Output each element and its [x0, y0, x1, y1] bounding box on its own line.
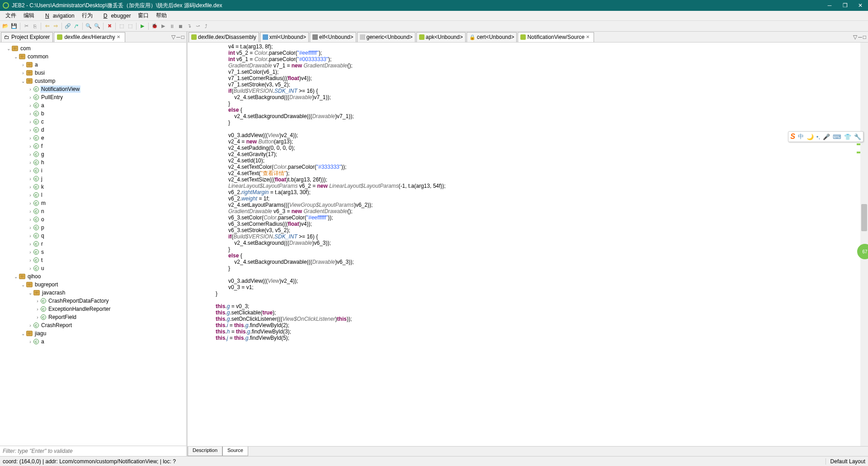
ime-lang[interactable]: 中: [798, 133, 804, 141]
tab-project-explorer[interactable]: 🗀 Project Explorer: [1, 32, 53, 42]
tree-node[interactable]: bugreport: [34, 281, 59, 288]
tree-node[interactable]: a: [40, 338, 45, 345]
tree-node[interactable]: qihoo: [27, 273, 42, 280]
menu-help[interactable]: 帮助: [152, 11, 170, 20]
tree-node[interactable]: j: [40, 175, 43, 182]
tab-generic[interactable]: generic<Unbound>: [357, 32, 415, 42]
tree-node[interactable]: ExceptionHandleReporter: [47, 305, 111, 313]
ime-keyboard-icon[interactable]: ⌨: [833, 133, 841, 140]
minimize-icon[interactable]: ─: [858, 34, 862, 40]
find-icon[interactable]: 🔍: [85, 23, 92, 30]
tree-node[interactable]: d: [40, 126, 45, 133]
code-editor[interactable]: v4 = t.a(arg13, 8f); int v5_2 = Color.pa…: [188, 43, 868, 446]
tree-node[interactable]: common: [27, 53, 49, 60]
tree-node[interactable]: busi: [34, 69, 46, 76]
tree-node[interactable]: k: [40, 183, 45, 190]
ime-punct-icon[interactable]: •,: [816, 133, 820, 140]
tree-node[interactable]: m: [40, 200, 47, 207]
comment-icon[interactable]: /*: [73, 23, 80, 30]
back-icon[interactable]: ⇦: [43, 23, 51, 30]
sogou-icon[interactable]: S: [790, 133, 795, 141]
tree-node[interactable]: c: [40, 118, 45, 125]
tree-node[interactable]: com: [19, 45, 32, 52]
debug-run-icon[interactable]: ▶: [160, 23, 167, 30]
tab-apk[interactable]: apk<Unbound>: [416, 32, 466, 42]
menu-debugger[interactable]: Debugger: [96, 12, 135, 20]
tab-disassembly[interactable]: dexfile.dex/Disassembly: [189, 32, 259, 42]
tab-cert[interactable]: 🔒cert<Unbound>: [467, 32, 517, 42]
findnext-icon[interactable]: 🔍: [94, 23, 101, 30]
tree-node[interactable]: customp: [34, 77, 56, 85]
tree-node[interactable]: b: [40, 110, 45, 117]
forward-icon[interactable]: ⇨: [52, 23, 59, 30]
script-icon[interactable]: ⬚: [127, 23, 134, 30]
menu-window[interactable]: 窗口: [134, 11, 152, 20]
tree-node[interactable]: t: [40, 257, 43, 264]
tree-node-selected[interactable]: NotificationView: [40, 86, 80, 93]
refparse-icon[interactable]: 🔗: [64, 23, 71, 30]
tree-node[interactable]: javacrash: [41, 289, 66, 296]
tab-source-bottom[interactable]: Source: [222, 447, 248, 456]
copy-icon[interactable]: ⎘: [31, 23, 38, 30]
tab-source[interactable]: NotificationView/Source✕: [518, 32, 594, 42]
filter-input[interactable]: [0, 446, 186, 456]
tree-node[interactable]: a: [40, 102, 45, 109]
tree-node[interactable]: f: [40, 143, 43, 150]
delete-icon[interactable]: ✖: [106, 23, 113, 30]
tree-node[interactable]: h: [40, 159, 45, 166]
tree-node[interactable]: CrashReport: [40, 322, 73, 329]
minimize-icon[interactable]: ─: [176, 34, 180, 40]
menu-edit[interactable]: 编辑: [20, 11, 38, 20]
tab-elf[interactable]: elf<Unbound>: [310, 32, 356, 42]
tree-node[interactable]: ReportField: [47, 314, 77, 321]
view-menu-icon[interactable]: ▽: [853, 34, 857, 40]
overview-ruler[interactable]: [857, 43, 860, 446]
step-over-icon[interactable]: ⤻: [194, 23, 201, 30]
tree-node[interactable]: r: [40, 240, 44, 247]
close-icon[interactable]: ✕: [586, 34, 591, 40]
tree-node[interactable]: a: [34, 61, 39, 68]
run-icon[interactable]: ▶: [139, 23, 146, 30]
tab-xml[interactable]: xml<Unbound>: [260, 32, 309, 42]
hierarchy-tree[interactable]: ⌄com ⌄common ›a ›busi ⌄customp ›CNotific…: [0, 43, 186, 446]
maximize-button[interactable]: ❐: [837, 0, 853, 11]
maximize-icon[interactable]: □: [863, 34, 866, 40]
tree-node[interactable]: u: [40, 265, 45, 272]
step-into-icon[interactable]: ↴: [185, 23, 193, 30]
tree-node[interactable]: n: [40, 208, 45, 215]
open-icon[interactable]: 📂: [2, 23, 9, 30]
tree-node[interactable]: CrashReportDataFactory: [47, 297, 109, 304]
tab-description[interactable]: Description: [188, 447, 222, 456]
tree-node[interactable]: jiagu: [34, 330, 47, 337]
step-out-icon[interactable]: ⤴: [203, 23, 210, 30]
ime-settings-icon[interactable]: 🔧: [854, 133, 861, 140]
close-icon[interactable]: ✕: [117, 34, 122, 40]
debug-stop-icon[interactable]: ⏹: [177, 23, 184, 30]
tree-node[interactable]: q: [40, 232, 45, 239]
close-button[interactable]: ✕: [853, 0, 868, 11]
debug-pause-icon[interactable]: ⏸: [168, 23, 175, 30]
tree-node[interactable]: PullEntry: [40, 94, 64, 101]
menu-navigation[interactable]: Navigation: [38, 12, 78, 20]
tree-node[interactable]: l: [40, 191, 43, 199]
menu-file[interactable]: 文件: [2, 11, 20, 20]
save-icon[interactable]: 💾: [10, 23, 18, 30]
tab-hierarchy[interactable]: dexfile.dex/Hierarchy ✕: [54, 32, 125, 42]
ime-skin-icon[interactable]: 👕: [844, 133, 851, 140]
view-menu-icon[interactable]: ▽: [171, 34, 175, 40]
ime-toolbar[interactable]: S 中 🌙 •, 🎤 ⌨ 👕 🔧: [788, 131, 863, 142]
minimize-button[interactable]: ─: [822, 0, 837, 11]
tree-node[interactable]: e: [40, 134, 45, 142]
tree-node[interactable]: s: [40, 248, 45, 256]
tree-node[interactable]: o: [40, 216, 45, 223]
tree-node[interactable]: g: [40, 151, 45, 158]
cut-icon[interactable]: ✂: [23, 23, 30, 30]
ime-mic-icon[interactable]: 🎤: [823, 133, 830, 140]
tree-node[interactable]: i: [40, 167, 43, 174]
tree-node[interactable]: p: [40, 224, 45, 231]
maximize-icon[interactable]: □: [181, 34, 184, 40]
parser-icon[interactable]: ⬚: [118, 23, 125, 30]
menu-action[interactable]: 行为: [78, 11, 96, 20]
debug-attach-icon[interactable]: 🐞: [151, 23, 158, 30]
ime-moon-icon[interactable]: 🌙: [807, 133, 814, 140]
